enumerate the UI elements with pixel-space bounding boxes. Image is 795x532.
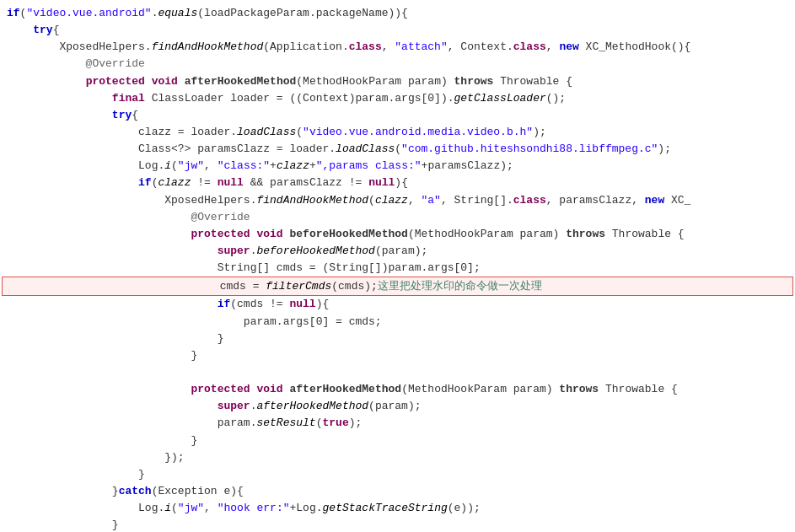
code-line-28: } bbox=[0, 466, 795, 483]
code-line-9: Class<?> paramsClazz = loader.loadClass(… bbox=[0, 141, 795, 158]
code-line-31: } bbox=[0, 517, 795, 532]
code-line-18: if(cmds != null){ bbox=[0, 296, 795, 313]
code-line-13: @Override bbox=[0, 209, 795, 226]
code-line-15: super.beforeHookedMethod(param); bbox=[0, 243, 795, 260]
code-line-24: super.afterHookedMethod(param); bbox=[0, 398, 795, 415]
code-line-1: if("video.vue.android".equals(loadPackag… bbox=[0, 5, 795, 22]
code-line-blank bbox=[0, 364, 795, 381]
code-line-21: } bbox=[0, 347, 795, 364]
code-line-17-highlighted: cmds = filterCmds(cmds);这里把处理水印的命令做一次处理 bbox=[2, 277, 793, 296]
code-line-5: protected void afterHookedMethod(MethodH… bbox=[0, 73, 795, 90]
code-line-10: Log.i("jw", "class:"+clazz+",params clas… bbox=[0, 158, 795, 175]
code-line-14: protected void beforeHookedMethod(Method… bbox=[0, 226, 795, 243]
code-line-19: param.args[0] = cmds; bbox=[0, 314, 795, 330]
code-line-30: Log.i("jw", "hook err:"+Log.getStackTrac… bbox=[0, 500, 795, 517]
code-line-8: clazz = loader.loadClass("video.vue.andr… bbox=[0, 124, 795, 141]
code-line-16: String[] cmds = (String[])param.args[0]; bbox=[0, 260, 795, 277]
code-line-3: XposedHelpers.findAndHookMethod(Applicat… bbox=[0, 39, 795, 56]
code-container: if("video.vue.android".equals(loadPackag… bbox=[0, 0, 795, 532]
code-line-20: } bbox=[0, 330, 795, 347]
code-line-4: @Override bbox=[0, 56, 795, 73]
code-line-12: XposedHelpers.findAndHookMethod(clazz, "… bbox=[0, 192, 795, 209]
code-line-11: if(clazz != null && paramsClazz != null)… bbox=[0, 175, 795, 191]
code-line-6: final ClassLoader loader = ((Context)par… bbox=[0, 90, 795, 107]
code-line-25: param.setResult(true); bbox=[0, 415, 795, 432]
code-line-27: }); bbox=[0, 449, 795, 466]
code-line-29: }catch(Exception e){ bbox=[0, 483, 795, 500]
code-line-23: protected void afterHookedMethod(MethodH… bbox=[0, 381, 795, 398]
code-line-26: } bbox=[0, 433, 795, 449]
code-line-7: try{ bbox=[0, 107, 795, 124]
code-line-2: try{ bbox=[0, 22, 795, 39]
